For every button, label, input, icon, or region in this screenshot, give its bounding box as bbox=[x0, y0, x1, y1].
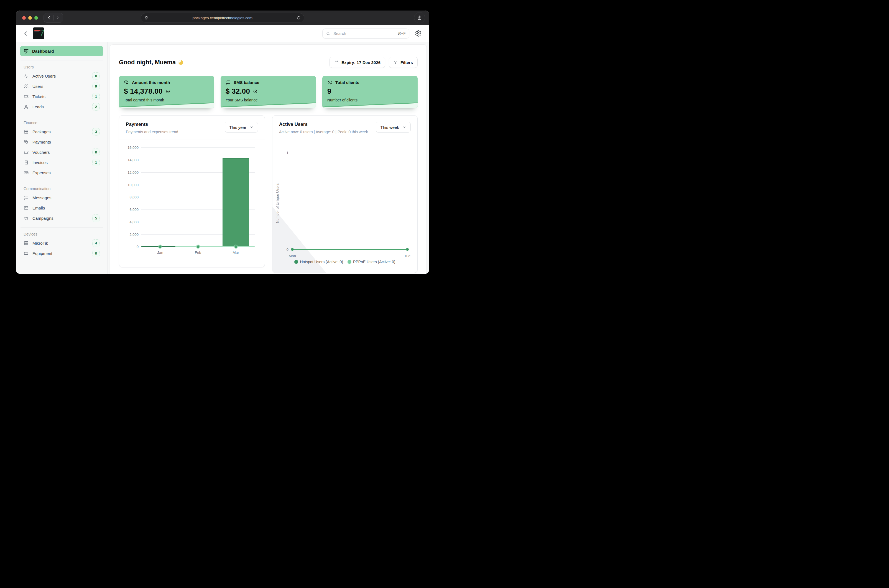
sidebar: Dashboard UsersActive Users0Users9Ticket… bbox=[16, 42, 108, 274]
y-tick-label: 14,000 bbox=[126, 158, 139, 162]
y-tick-label: 10,000 bbox=[126, 183, 139, 187]
search-input[interactable] bbox=[333, 31, 397, 36]
active-users-line-chart: 10Number of Unique UsersMonTue bbox=[273, 116, 417, 273]
sidebar-item-label: Tickets bbox=[32, 94, 89, 99]
sidebar-item-messages[interactable]: Messages bbox=[20, 193, 103, 203]
mail-icon bbox=[24, 206, 29, 211]
logo-image[interactable] bbox=[33, 27, 44, 39]
x-tick-label: Jan bbox=[157, 250, 163, 255]
legend-item: Hotspot Users (Active: 0) bbox=[294, 260, 343, 264]
chat-icon bbox=[24, 195, 29, 200]
gear-icon bbox=[415, 30, 422, 37]
y-tick-label: 8,000 bbox=[126, 195, 139, 199]
payments-bar-chart: 16,00014,00012,00010,0008,0006,0004,0002… bbox=[126, 141, 258, 262]
users-icon bbox=[24, 84, 29, 89]
browser-forward-button[interactable] bbox=[54, 14, 62, 22]
close-window-button[interactable] bbox=[22, 16, 26, 20]
y-tick-label: 16,000 bbox=[126, 146, 139, 150]
ticket-icon bbox=[24, 150, 29, 155]
y-tick-label: 4,000 bbox=[126, 220, 139, 224]
sidebar-item-vouchers[interactable]: Vouchers0 bbox=[20, 147, 103, 158]
main-content: Good night, Muema Expiry: 17 Dec 2026 Fi… bbox=[108, 42, 429, 274]
sidebar-divider bbox=[21, 60, 103, 60]
x-tick-label: Tue bbox=[404, 254, 411, 258]
sidebar-item-label: Expenses bbox=[32, 170, 100, 175]
sidebar-section-label: Finance bbox=[24, 120, 103, 125]
search-icon bbox=[326, 31, 330, 36]
browser-back-button[interactable] bbox=[45, 14, 53, 22]
minimize-window-button[interactable] bbox=[28, 16, 32, 20]
chat-icon bbox=[226, 80, 231, 85]
ticket-icon bbox=[24, 94, 29, 99]
coins-icon bbox=[124, 80, 129, 85]
sidebar-item-emails[interactable]: Emails bbox=[20, 203, 103, 213]
device-icon bbox=[24, 251, 29, 256]
sidebar-item-payments[interactable]: Payments bbox=[20, 137, 103, 147]
stat-card-subtitle: Number of clients bbox=[327, 98, 413, 102]
y-tick-label: 0 bbox=[276, 248, 288, 252]
legend-label: PPPoE Users (Active: 0) bbox=[353, 260, 396, 264]
count-badge: 5 bbox=[92, 214, 100, 222]
zoom-window-button[interactable] bbox=[34, 16, 38, 20]
sidebar-item-mikrotik[interactable]: MikroTik4 bbox=[20, 238, 103, 248]
count-badge: 3 bbox=[92, 128, 100, 135]
sidebar-item-packages[interactable]: Packages3 bbox=[20, 127, 103, 137]
eye-icon[interactable] bbox=[253, 89, 258, 94]
sidebar-item-campaigns[interactable]: Campaigns5 bbox=[20, 213, 103, 224]
sidebar-item-invoices[interactable]: Invoices1 bbox=[20, 158, 103, 168]
reload-icon[interactable] bbox=[297, 16, 301, 20]
page-format-icon[interactable] bbox=[144, 16, 148, 20]
chevron-down-icon bbox=[250, 125, 253, 129]
count-badge: 1 bbox=[92, 93, 100, 100]
card-wedge-decoration bbox=[220, 102, 316, 108]
server-icon bbox=[24, 129, 29, 134]
sidebar-item-equipment[interactable]: Equipment0 bbox=[20, 248, 103, 258]
settings-gear-button[interactable] bbox=[415, 30, 422, 37]
data-point-mon bbox=[291, 248, 294, 251]
active-users-chart-card: Active Users Active now: 0 users | Avera… bbox=[272, 115, 418, 273]
sidebar-section-label: Communication bbox=[24, 186, 103, 191]
sidebar-item-dashboard[interactable]: Dashboard bbox=[20, 46, 103, 56]
legend-item: PPPoE Users (Active: 0) bbox=[348, 260, 396, 264]
server-icon bbox=[24, 240, 29, 246]
app-back-button[interactable] bbox=[23, 30, 29, 37]
data-point-jan bbox=[159, 246, 162, 248]
stat-card-title: Total clients bbox=[335, 80, 359, 85]
url-text[interactable]: packages.centipidtechnologies.com bbox=[148, 16, 297, 20]
calendar-icon bbox=[334, 60, 339, 65]
sidebar-item-label: Campaigns bbox=[32, 216, 89, 220]
sidebar-item-leads[interactable]: Leads2 bbox=[20, 102, 103, 112]
series-line bbox=[292, 249, 407, 250]
sidebar-item-tickets[interactable]: Tickets1 bbox=[20, 92, 103, 102]
eye-icon[interactable] bbox=[165, 89, 171, 94]
y-axis-label: Number of Unique Users bbox=[276, 181, 280, 225]
filters-button[interactable]: Filters bbox=[389, 57, 418, 68]
user-plus-icon bbox=[24, 104, 29, 110]
sidebar-item-label: Packages bbox=[32, 129, 89, 134]
greeting: Good night, Muema bbox=[119, 59, 183, 66]
sidebar-item-expenses[interactable]: Expenses bbox=[20, 168, 103, 178]
expenses-zero-line bbox=[141, 246, 175, 247]
y-tick-label: 0 bbox=[126, 244, 139, 249]
expiry-label: Expiry: 17 Dec 2026 bbox=[342, 60, 381, 65]
stat-card-amount-this-month: Amount this month$ 14,378.00Total earned… bbox=[119, 76, 214, 108]
sidebar-item-active-users[interactable]: Active Users0 bbox=[20, 71, 103, 81]
sidebar-item-users[interactable]: Users9 bbox=[20, 81, 103, 92]
expiry-button[interactable]: Expiry: 17 Dec 2026 bbox=[330, 57, 385, 68]
greeting-text: Good night, Muema bbox=[119, 59, 176, 66]
stat-card-value: $ 14,378.00 bbox=[124, 87, 163, 96]
sidebar-divider bbox=[21, 116, 103, 116]
active-users-range-select[interactable]: This week bbox=[376, 122, 411, 133]
moon-icon bbox=[178, 60, 183, 65]
chevron-down-icon bbox=[402, 125, 406, 129]
share-button[interactable] bbox=[414, 12, 425, 23]
traffic-lights bbox=[22, 16, 38, 20]
x-tick-label: Mon bbox=[289, 254, 296, 258]
sidebar-section-label: Users bbox=[24, 65, 103, 69]
card-wedge-decoration bbox=[119, 102, 214, 108]
payments-range-select[interactable]: This year bbox=[225, 122, 258, 133]
sidebar-divider bbox=[21, 227, 103, 228]
address-bar[interactable]: packages.centipidtechnologies.com bbox=[141, 13, 304, 22]
count-badge: 2 bbox=[92, 103, 100, 111]
search-shortcut-hint: ⌘+F bbox=[397, 31, 406, 36]
